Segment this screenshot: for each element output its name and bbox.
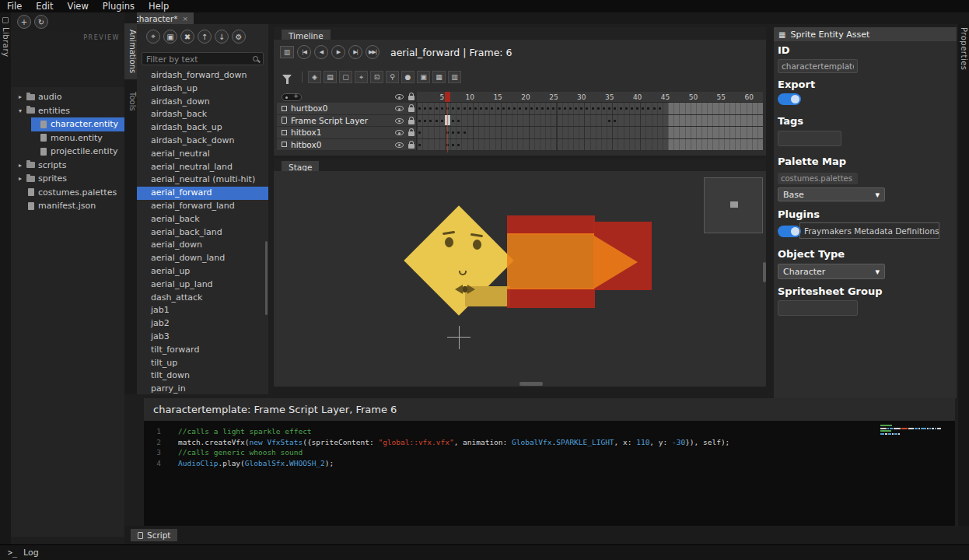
timeline-layer-row[interactable]: hitbox0 (277, 139, 763, 152)
layer-visibility-pill[interactable] (282, 93, 302, 101)
animation-item[interactable]: airdash_down (137, 96, 268, 109)
stage-mini-preview[interactable] (704, 177, 763, 233)
point-icon[interactable]: ● (401, 71, 415, 83)
move-down-icon[interactable]: ↓ (215, 30, 229, 44)
add-asset-icon[interactable]: + (17, 15, 31, 29)
animation-item[interactable]: tilt_up (137, 357, 268, 370)
code-line[interactable]: 4AudioClip.play(GlobalSfx.WHOOSH_2); (144, 458, 881, 469)
animation-clip-icon[interactable] (280, 46, 294, 58)
animation-item[interactable]: dash_attack (137, 292, 268, 305)
menu-file[interactable]: File (0, 0, 29, 12)
export-toggle[interactable] (778, 93, 801, 105)
expand-arrow-icon[interactable]: ▸ (19, 162, 26, 169)
library-rail-tab[interactable]: Library (0, 12, 11, 544)
code-minimap[interactable] (880, 425, 946, 436)
pin-icon[interactable]: ⚲ (386, 71, 399, 83)
code-line[interactable]: 2match.createVfx(new VfxStats({spriteCon… (144, 437, 881, 448)
animation-item[interactable]: jab1 (137, 304, 268, 317)
collapse-arrow-icon[interactable]: ▾ (19, 107, 26, 114)
rect-icon[interactable]: ▢ (339, 71, 352, 83)
animation-item[interactable]: airdash_back_down (137, 135, 268, 148)
animation-item[interactable]: jab3 (137, 331, 268, 344)
timeline-layer-row[interactable]: hitbox1 (277, 127, 763, 139)
playhead[interactable] (445, 92, 450, 102)
properties-rail-tab[interactable]: Properties (958, 12, 969, 544)
stage-horizontal-scrollbar[interactable] (519, 382, 543, 386)
jump-start-icon[interactable]: |◀ (297, 45, 311, 59)
expand-arrow-icon[interactable]: ▸ (19, 175, 26, 182)
menu-view[interactable]: View (61, 0, 96, 12)
ter minal-prompt-icon[interactable]: >_ (8, 548, 17, 557)
layer-lock-icon[interactable] (408, 131, 415, 136)
frame-script-icon[interactable]: ▤ (324, 71, 337, 83)
tab-animations[interactable]: Animations (124, 23, 137, 79)
layer-lock-icon[interactable] (408, 120, 415, 124)
frame-ruler[interactable]: 51015202530354045505560 (417, 92, 763, 103)
stage-canvas[interactable] (274, 171, 766, 387)
grid-icon[interactable]: ▦ (432, 71, 446, 83)
animation-item[interactable]: aerial_back (137, 213, 268, 226)
stage-vertical-scrollbar[interactable] (763, 262, 766, 282)
close-tab-icon[interactable]: × (183, 15, 189, 23)
settings-icon[interactable]: ⚙ (232, 30, 246, 44)
locate-icon[interactable]: ⌖ (146, 30, 160, 44)
tree-item[interactable]: costumes.palettes (19, 186, 124, 200)
tree-item[interactable]: menu.entity (31, 131, 124, 145)
tag-icon[interactable]: ◈ (308, 71, 321, 83)
spritesheet-group-input[interactable] (778, 300, 858, 316)
animation-item[interactable]: airdash_back_up (137, 121, 268, 135)
code-line[interactable]: 1//calls a light sparkle effect (144, 426, 881, 437)
move-up-icon[interactable]: ↑ (198, 30, 212, 44)
layer-visibility-icon[interactable] (395, 130, 404, 135)
tree-item[interactable]: projectile.entity (31, 145, 124, 159)
document-tab[interactable]: character* × (129, 12, 194, 24)
animation-item[interactable]: tilt_down (137, 369, 268, 383)
tab-tools[interactable]: Tools (124, 86, 137, 117)
animation-item[interactable]: aerial_neutral (137, 148, 268, 161)
palette-dropdown[interactable]: Base (778, 187, 885, 201)
tags-input[interactable] (778, 131, 841, 146)
animations-scrollbar[interactable] (265, 241, 268, 315)
code-line[interactable]: 3//calls generic whoosh sound (144, 447, 881, 458)
log-label[interactable]: Log (23, 548, 39, 558)
tileset-icon[interactable]: ▥ (448, 71, 461, 83)
next-frame-icon[interactable]: ▶| (348, 45, 362, 59)
animation-item[interactable]: tilt_forward (137, 344, 268, 357)
layer-lock-icon[interactable] (408, 107, 415, 112)
animation-item[interactable]: aerial_forward_land (137, 200, 268, 213)
layer-visibility-icon[interactable] (395, 106, 404, 111)
layer-lock-icon[interactable] (408, 144, 415, 149)
menu-edit[interactable]: Edit (29, 0, 60, 12)
menu-plugins[interactable]: Plugins (96, 0, 142, 12)
menu-help[interactable]: Help (142, 0, 176, 12)
delete-icon[interactable]: ✖ (180, 30, 194, 44)
image-icon[interactable]: ▣ (417, 71, 430, 83)
jump-end-icon[interactable]: ▶▶| (366, 45, 380, 59)
animation-item[interactable]: aerial_up_land (137, 278, 268, 292)
tree-item[interactable]: ▾entities (19, 104, 124, 118)
lock-all-icon[interactable] (408, 96, 415, 100)
animation-item[interactable]: jab2 (137, 317, 268, 331)
layer-visibility-icon[interactable] (395, 118, 404, 124)
animation-item[interactable]: airdash_back (137, 108, 268, 121)
timeline-layer-row[interactable]: hurtbox0 (277, 103, 763, 115)
visibility-all-icon[interactable] (395, 94, 404, 100)
object-type-dropdown[interactable]: Character (778, 264, 885, 279)
expand-arrow-icon[interactable]: ▸ (19, 93, 26, 100)
prev-frame-icon[interactable]: ◀ (314, 45, 328, 59)
tree-item[interactable]: character.entity (31, 117, 124, 131)
layer-visibility-icon[interactable] (395, 142, 404, 148)
timeline-layer-row[interactable]: Frame Script Layer (277, 115, 763, 128)
filter-funnel-icon[interactable] (282, 75, 292, 80)
layer-frames[interactable] (417, 103, 763, 115)
transform-icon[interactable]: ⌖ (355, 71, 368, 83)
animation-item[interactable]: aerial_forward (137, 187, 268, 200)
animation-item[interactable]: aerial_neutral (multi-hit) (137, 173, 268, 187)
animation-item[interactable]: aerial_neutral_land (137, 161, 268, 174)
animation-item[interactable]: airdash_forward_down (137, 69, 268, 82)
tree-item[interactable]: manifest.json (19, 199, 124, 213)
layer-frames[interactable] (417, 115, 763, 128)
plugins-toggle[interactable] (778, 226, 801, 237)
play-icon[interactable]: ▶ (331, 45, 345, 59)
tree-item[interactable]: ▸scripts (19, 159, 124, 173)
